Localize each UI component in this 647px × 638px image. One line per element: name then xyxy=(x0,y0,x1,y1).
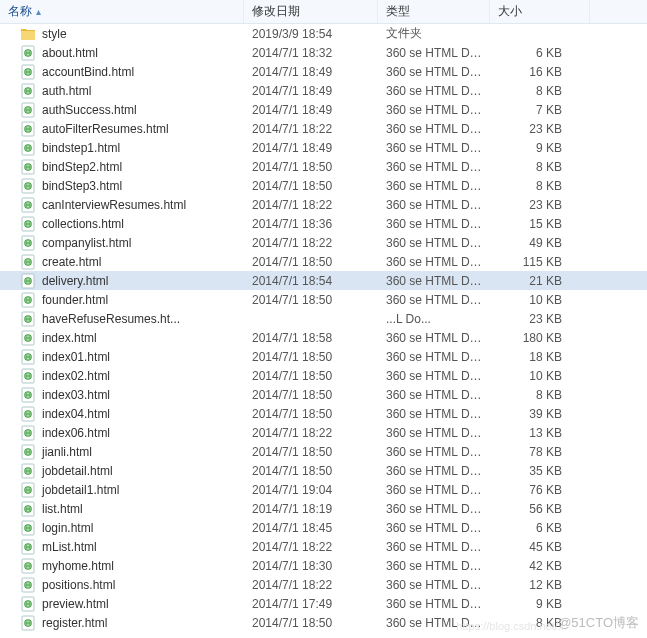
cell-type: 360 se HTML Do... xyxy=(378,217,490,231)
cell-date: 2014/7/1 18:50 xyxy=(244,407,378,421)
file-row[interactable]: authSuccess.html2014/7/1 18:49360 se HTM… xyxy=(0,100,647,119)
file-name: login.html xyxy=(42,521,93,535)
file-row[interactable]: jobdetail1.html2014/7/1 19:04360 se HTML… xyxy=(0,480,647,499)
html-file-icon xyxy=(20,292,36,308)
file-row[interactable]: haveRefuseResumes.ht......L Do...23 KB xyxy=(0,309,647,328)
cell-type: 360 se HTML Do... xyxy=(378,407,490,421)
cell-type: 360 se HTML Do... xyxy=(378,198,490,212)
file-name: authSuccess.html xyxy=(42,103,137,117)
file-row[interactable]: bindStep2.html2014/7/1 18:50360 se HTML … xyxy=(0,157,647,176)
file-row[interactable]: collections.html2014/7/1 18:36360 se HTM… xyxy=(0,214,647,233)
cell-size: 115 KB xyxy=(490,255,590,269)
cell-name: bindStep2.html xyxy=(0,159,244,175)
html-file-icon xyxy=(20,368,36,384)
column-header-type-label: 类型 xyxy=(386,3,410,20)
file-row[interactable]: companylist.html2014/7/1 18:22360 se HTM… xyxy=(0,233,647,252)
file-name: founder.html xyxy=(42,293,108,307)
column-header-type[interactable]: 类型 xyxy=(378,0,490,23)
cell-date: 2014/7/1 18:22 xyxy=(244,578,378,592)
file-row[interactable]: index01.html2014/7/1 18:50360 se HTML Do… xyxy=(0,347,647,366)
file-name: myhome.html xyxy=(42,559,114,573)
file-row[interactable]: jobdetail.html2014/7/1 18:50360 se HTML … xyxy=(0,461,647,480)
cell-size: 16 KB xyxy=(490,65,590,79)
cell-date: 2014/7/1 18:49 xyxy=(244,84,378,98)
file-row[interactable]: auth.html2014/7/1 18:49360 se HTML Do...… xyxy=(0,81,647,100)
file-row[interactable]: preview.html2014/7/1 17:49360 se HTML Do… xyxy=(0,594,647,613)
html-file-icon xyxy=(20,254,36,270)
file-row[interactable]: register.html2014/7/1 18:50360 se HTML D… xyxy=(0,613,647,632)
cell-size: 76 KB xyxy=(490,483,590,497)
file-row[interactable]: index.html2014/7/1 18:58360 se HTML Do..… xyxy=(0,328,647,347)
column-header-name-label: 名称 xyxy=(8,3,32,20)
file-row[interactable]: bindStep3.html2014/7/1 18:50360 se HTML … xyxy=(0,176,647,195)
file-row[interactable]: positions.html2014/7/1 18:22360 se HTML … xyxy=(0,575,647,594)
html-file-icon xyxy=(20,463,36,479)
cell-type: 360 se HTML Do... xyxy=(378,464,490,478)
file-name: index01.html xyxy=(42,350,110,364)
html-file-icon xyxy=(20,64,36,80)
file-name: haveRefuseResumes.ht... xyxy=(42,312,180,326)
cell-name: companylist.html xyxy=(0,235,244,251)
file-row[interactable]: accountBind.html2014/7/1 18:49360 se HTM… xyxy=(0,62,647,81)
file-row[interactable]: delivery.html2014/7/1 18:54360 se HTML D… xyxy=(0,271,647,290)
cell-date: 2014/7/1 18:30 xyxy=(244,559,378,573)
cell-size: 78 KB xyxy=(490,445,590,459)
cell-date: 2014/7/1 19:04 xyxy=(244,483,378,497)
cell-name: index01.html xyxy=(0,349,244,365)
file-row[interactable]: mList.html2014/7/1 18:22360 se HTML Do..… xyxy=(0,537,647,556)
cell-size: 23 KB xyxy=(490,122,590,136)
file-name: accountBind.html xyxy=(42,65,134,79)
file-row[interactable]: canInterviewResumes.html2014/7/1 18:2236… xyxy=(0,195,647,214)
cell-date: 2014/7/1 17:49 xyxy=(244,597,378,611)
column-header-date[interactable]: 修改日期 xyxy=(244,0,378,23)
cell-size: 23 KB xyxy=(490,312,590,326)
cell-date: 2014/7/1 18:36 xyxy=(244,217,378,231)
cell-date: 2014/7/1 18:50 xyxy=(244,616,378,630)
file-row[interactable]: myhome.html2014/7/1 18:30360 se HTML Do.… xyxy=(0,556,647,575)
file-row[interactable]: login.html2014/7/1 18:45360 se HTML Do..… xyxy=(0,518,647,537)
cell-date: 2014/7/1 18:49 xyxy=(244,103,378,117)
file-row[interactable]: index04.html2014/7/1 18:50360 se HTML Do… xyxy=(0,404,647,423)
file-row[interactable]: style2019/3/9 18:54文件夹 xyxy=(0,24,647,43)
cell-name: mList.html xyxy=(0,539,244,555)
cell-size: 18 KB xyxy=(490,350,590,364)
file-row[interactable]: jianli.html2014/7/1 18:50360 se HTML Do.… xyxy=(0,442,647,461)
cell-type: 360 se HTML Do... xyxy=(378,84,490,98)
cell-name: canInterviewResumes.html xyxy=(0,197,244,213)
file-row[interactable]: autoFilterResumes.html2014/7/1 18:22360 … xyxy=(0,119,647,138)
file-row[interactable]: index02.html2014/7/1 18:50360 se HTML Do… xyxy=(0,366,647,385)
html-file-icon xyxy=(20,216,36,232)
file-row[interactable]: index06.html2014/7/1 18:22360 se HTML Do… xyxy=(0,423,647,442)
cell-size: 10 KB xyxy=(490,369,590,383)
cell-name: index06.html xyxy=(0,425,244,441)
file-row[interactable]: bindstep1.html2014/7/1 18:49360 se HTML … xyxy=(0,138,647,157)
cell-name: index03.html xyxy=(0,387,244,403)
cell-size: 8 KB xyxy=(490,84,590,98)
cell-date: 2014/7/1 18:45 xyxy=(244,521,378,535)
cell-size: 9 KB xyxy=(490,141,590,155)
cell-type: 360 se HTML Do... xyxy=(378,293,490,307)
html-file-icon xyxy=(20,121,36,137)
column-header-size[interactable]: 大小 xyxy=(490,0,590,23)
cell-name: autoFilterResumes.html xyxy=(0,121,244,137)
file-name: register.html xyxy=(42,616,107,630)
column-header-name[interactable]: 名称 ▴ xyxy=(0,0,244,23)
cell-name: myhome.html xyxy=(0,558,244,574)
cell-type: 360 se HTML Do... xyxy=(378,426,490,440)
html-file-icon xyxy=(20,102,36,118)
file-row[interactable]: index03.html2014/7/1 18:50360 se HTML Do… xyxy=(0,385,647,404)
folder-icon xyxy=(20,26,36,42)
file-row[interactable]: founder.html2014/7/1 18:50360 se HTML Do… xyxy=(0,290,647,309)
html-file-icon xyxy=(20,520,36,536)
cell-date: 2014/7/1 18:50 xyxy=(244,160,378,174)
cell-type: 360 se HTML Do... xyxy=(378,103,490,117)
file-row[interactable]: about.html2014/7/1 18:32360 se HTML Do..… xyxy=(0,43,647,62)
cell-name: delivery.html xyxy=(0,273,244,289)
html-file-icon xyxy=(20,349,36,365)
cell-type: 360 se HTML Do... xyxy=(378,578,490,592)
cell-size: 10 KB xyxy=(490,293,590,307)
html-file-icon xyxy=(20,387,36,403)
file-row[interactable]: create.html2014/7/1 18:50360 se HTML Do.… xyxy=(0,252,647,271)
file-row[interactable]: list.html2014/7/1 18:19360 se HTML Do...… xyxy=(0,499,647,518)
cell-name: bindstep1.html xyxy=(0,140,244,156)
